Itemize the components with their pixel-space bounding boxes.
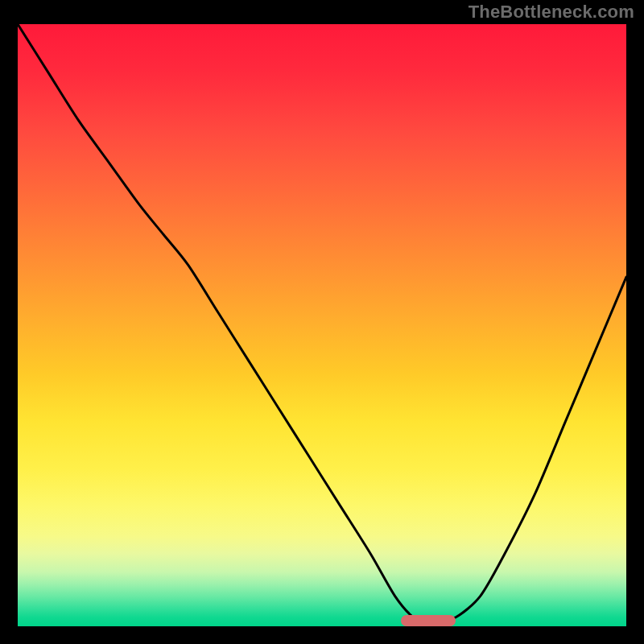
optimal-range-marker [401, 615, 456, 626]
chart-frame: TheBottleneck.com [0, 0, 644, 644]
bottleneck-curve [18, 24, 626, 626]
plot-area [18, 24, 626, 626]
watermark-text: TheBottleneck.com [469, 2, 634, 23]
